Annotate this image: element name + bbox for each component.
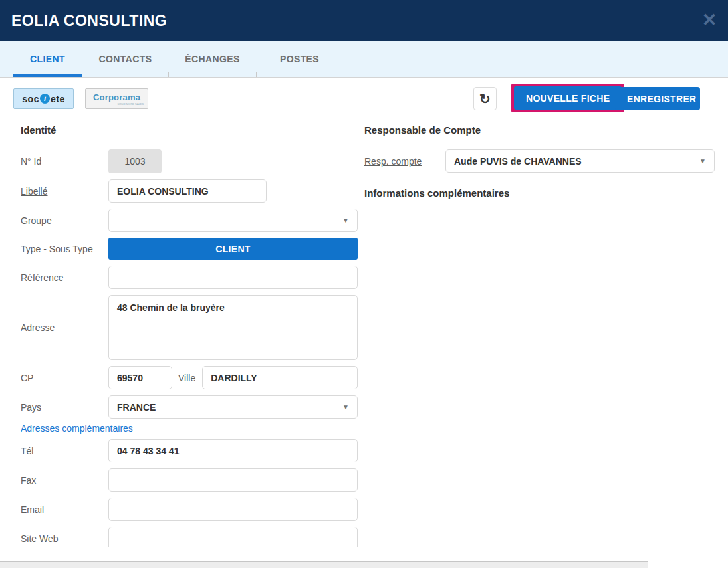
reference-row: Référence: [21, 266, 358, 289]
fax-row: Fax: [21, 468, 358, 492]
id-value: 1003: [108, 149, 162, 173]
tab-separator: [256, 72, 257, 77]
resp-compte-value: Aude PUVIS de CHAVANNES: [454, 156, 694, 167]
type-client-button[interactable]: CLIENT: [108, 238, 358, 260]
fax-field[interactable]: [108, 468, 358, 492]
type-row: Type - Sous Type CLIENT: [21, 238, 358, 260]
responsable-section: Responsable de Compte Resp. compte Aude …: [364, 120, 715, 213]
groupe-row: Groupe ▼: [21, 209, 358, 232]
societe-logo-text: soc: [22, 94, 39, 104]
tab-postes[interactable]: POSTES: [256, 41, 343, 77]
groupe-label: Groupe: [21, 215, 108, 226]
informations-heading: Informations complémentaires: [364, 187, 715, 199]
libelle-row: Libellé: [21, 179, 358, 203]
site-web-label: Site Web: [21, 533, 108, 544]
chevron-down-icon: ▼: [342, 217, 349, 224]
tab-client[interactable]: CLIENT: [13, 41, 82, 77]
reference-field[interactable]: [108, 266, 358, 289]
close-icon[interactable]: ✕: [697, 8, 721, 32]
chevron-down-icon: ▼: [342, 403, 349, 411]
pays-label: Pays: [21, 402, 108, 413]
resp-compte-label[interactable]: Resp. compte: [364, 156, 445, 167]
societe-logo-button[interactable]: societe: [13, 88, 74, 109]
tab-contacts[interactable]: CONTACTS: [82, 41, 169, 77]
horizontal-scrollbar[interactable]: [0, 561, 648, 568]
pays-select[interactable]: FRANCE ▼: [108, 395, 358, 419]
pays-value: FRANCE: [117, 402, 337, 413]
resp-compte-select[interactable]: Aude PUVIS de CHAVANNES ▼: [445, 149, 715, 173]
adresse-field[interactable]: 48 Chemin de la bruyère: [108, 295, 358, 360]
pays-row: Pays FRANCE ▼: [21, 395, 358, 419]
site-web-row: Site Web: [21, 527, 358, 547]
groupe-select[interactable]: ▼: [108, 209, 358, 232]
annotation-highlight-box: NOUVELLE FICHE: [511, 84, 624, 112]
societe-logo-text: ete: [51, 94, 65, 104]
libelle-label[interactable]: Libellé: [21, 186, 108, 197]
corporama-logo-text: Corporama: [93, 92, 140, 102]
responsable-heading: Responsable de Compte: [364, 124, 715, 136]
adresse-row: Adresse 48 Chemin de la bruyère: [21, 295, 358, 360]
reference-label: Référence: [21, 272, 108, 283]
email-row: Email: [21, 498, 358, 521]
resp-compte-row: Resp. compte Aude PUVIS de CHAVANNES ▼: [364, 149, 715, 173]
email-label: Email: [21, 504, 108, 515]
tel-field[interactable]: [108, 439, 358, 462]
ville-label: Ville: [178, 373, 195, 383]
modal-header: EOLIA CONSULTING ✕: [0, 0, 728, 41]
societe-i-icon: i: [40, 94, 50, 104]
corporama-tagline: DRIVE MORE SALES: [118, 102, 144, 106]
cp-field[interactable]: [108, 366, 172, 389]
active-tab-indicator: [13, 74, 82, 77]
site-web-field[interactable]: [108, 527, 358, 547]
tab-separator: [168, 72, 169, 77]
tel-label: Tél: [21, 446, 108, 456]
ville-field[interactable]: [202, 366, 358, 389]
email-field[interactable]: [108, 498, 358, 521]
nouvelle-fiche-button[interactable]: NOUVELLE FICHE: [514, 86, 622, 110]
identity-heading: Identité: [21, 124, 358, 136]
enregistrer-button[interactable]: ENREGISTRER: [615, 87, 700, 110]
adresse-label: Adresse: [21, 322, 108, 333]
chevron-down-icon: ▼: [699, 157, 706, 165]
id-label: N° Id: [21, 156, 108, 167]
libelle-field[interactable]: [108, 179, 267, 203]
tel-row: Tél: [21, 439, 358, 462]
tab-bar: CLIENT CONTACTS ÉCHANGES POSTES: [0, 41, 728, 78]
identity-section: Identité N° Id 1003 Libellé Groupe ▼ Typ…: [21, 120, 358, 547]
type-label: Type - Sous Type: [21, 244, 108, 254]
page-title: EOLIA CONSULTING: [11, 12, 167, 30]
fax-label: Fax: [21, 475, 108, 486]
id-row: N° Id 1003: [21, 149, 358, 173]
corporama-logo-button[interactable]: Corporama DRIVE MORE SALES: [85, 88, 148, 109]
adresses-complementaires-link[interactable]: Adresses complémentaires: [21, 423, 133, 434]
refresh-icon[interactable]: ↻: [473, 87, 497, 110]
tab-echanges[interactable]: ÉCHANGES: [169, 41, 256, 77]
cp-label: CP: [21, 373, 108, 383]
cp-ville-row: CP Ville: [21, 366, 358, 389]
